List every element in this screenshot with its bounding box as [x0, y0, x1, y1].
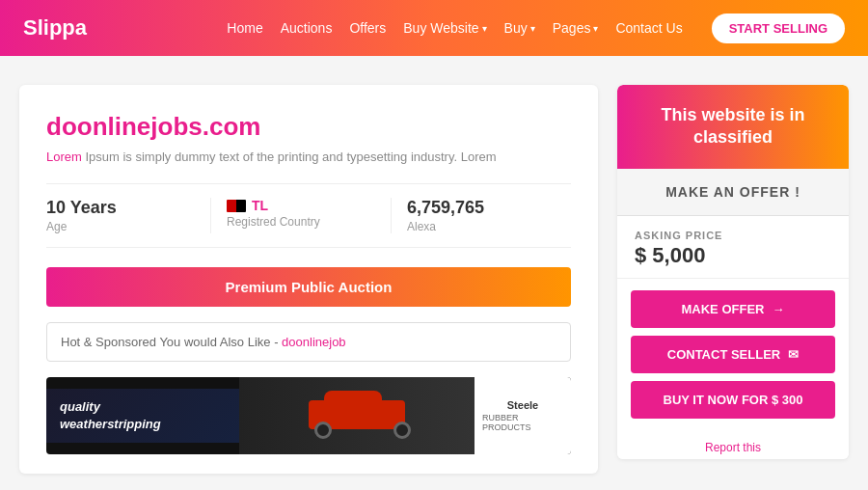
ad-car-image [239, 377, 475, 454]
report-section: Report this [617, 430, 849, 459]
stat-country-label: Registred Country [227, 215, 375, 229]
make-offer-button[interactable]: MAKE OFFER → [631, 290, 835, 328]
make-an-offer-button[interactable]: MAKE AN OFFER ! [617, 169, 849, 216]
stat-age: 10 Years Age [46, 198, 210, 233]
asking-price-value: $ 5,000 [635, 243, 831, 268]
asking-price-label: ASKING PRICE [635, 230, 831, 241]
stat-alexa-label: Alexa [407, 220, 556, 233]
chevron-down-icon: ▾ [482, 23, 487, 34]
report-link[interactable]: Report this [705, 441, 761, 454]
action-buttons: MAKE OFFER → CONTACT SELLER ✉ BUY IT NOW… [617, 279, 849, 430]
nav-contact-us[interactable]: Contact Us [615, 20, 682, 36]
buy-now-button[interactable]: BUY IT NOW FOR $ 300 [631, 381, 835, 419]
auction-button[interactable]: Premium Public Auction [46, 267, 571, 307]
description-prefix: Lorem [46, 150, 85, 164]
site-title: doonlinejobs.com [46, 112, 571, 142]
sponsored-link[interactable]: doonlinejob [282, 335, 346, 349]
stat-alexa-value: 6,759,765 [407, 198, 556, 218]
main-content: doonlinejobs.com Lorem Ipsum is simply d… [0, 85, 868, 474]
contact-seller-button[interactable]: CONTACT SELLER ✉ [631, 336, 835, 373]
stat-age-label: Age [46, 220, 195, 233]
nav-buy[interactable]: Buy ▾ [504, 20, 535, 36]
car-wheel-left [314, 422, 332, 439]
price-section: ASKING PRICE $ 5,000 [617, 216, 849, 279]
right-card: This website is in classified MAKE AN OF… [617, 85, 849, 459]
car-wheel-right [393, 422, 411, 439]
header: Slippa Home Auctions Offers Buy Website … [0, 0, 868, 56]
ad-logo-sub: RUBBER PRODUCTS [482, 413, 563, 432]
chevron-down-icon: ▾ [530, 23, 535, 34]
stat-country: TL Registred Country [210, 198, 391, 233]
stat-alexa: 6,759,765 Alexa [391, 198, 571, 233]
chevron-down-icon: ▾ [593, 23, 598, 34]
flag-row: TL [227, 198, 375, 213]
logo[interactable]: Slippa [23, 15, 87, 41]
country-code: TL [252, 198, 268, 213]
country-flag [227, 200, 246, 212]
ad-logo: Steele RUBBER PRODUCTS [475, 377, 571, 454]
stats-row: 10 Years Age TL Registred Country 6,759,… [46, 183, 571, 248]
nav-offers[interactable]: Offers [349, 20, 386, 36]
classified-banner: This website is in classified [617, 85, 849, 169]
site-description: Lorem Ipsum is simply dummy text of the … [46, 150, 571, 164]
nav-home[interactable]: Home [227, 20, 262, 36]
ad-banner: qualityweatherstripping Steele RUBBER PR… [46, 377, 571, 454]
mail-icon: ✉ [788, 347, 799, 362]
ad-logo-name: Steele [507, 399, 538, 412]
right-panel: This website is in classified MAKE AN OF… [617, 85, 849, 474]
description-text: Ipsum is simply dummy text of the printi… [85, 150, 496, 164]
nav-pages[interactable]: Pages ▾ [553, 20, 599, 36]
stat-age-value: 10 Years [46, 198, 195, 218]
nav-auctions[interactable]: Auctions [281, 20, 333, 36]
ad-left-text: qualityweatherstripping [46, 389, 239, 443]
nav-buy-website[interactable]: Buy Website ▾ [403, 20, 486, 36]
main-nav: Home Auctions Offers Buy Website ▾ Buy ▾… [227, 14, 845, 43]
sponsored-text: Hot & Sponsored You would Also Like - [61, 335, 282, 349]
left-panel: doonlinejobs.com Lorem Ipsum is simply d… [19, 85, 598, 474]
sponsored-box: Hot & Sponsored You would Also Like - do… [46, 322, 571, 362]
arrow-right-icon: → [772, 302, 784, 316]
car-shape [299, 393, 415, 439]
start-selling-button[interactable]: START SELLING [712, 14, 845, 43]
